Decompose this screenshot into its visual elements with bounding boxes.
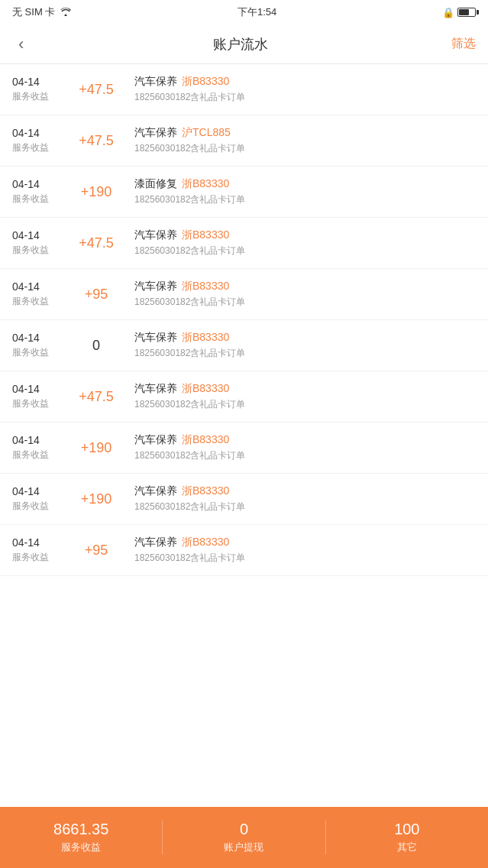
item-date: 04-14 [12,485,66,497]
list-item[interactable]: 04-14 服务收益 +95 汽车保养 浙B83330 18256030182含… [0,269,488,320]
item-type: 服务收益 [12,141,66,154]
item-plate: 浙B83330 [182,433,229,447]
item-amount-col: +47.5 [66,82,127,98]
item-desc-col: 汽车保养 浙B83330 18256030182含礼品卡订单 [127,536,476,565]
item-amount: 0 [92,338,100,353]
item-plate: 浙B83330 [182,280,229,293]
item-desc-line2: 18256030182含礼品卡订单 [134,142,476,155]
list-item[interactable]: 04-14 服务收益 +47.5 汽车保养 浙B83330 1825603018… [0,64,488,115]
item-type: 服务收益 [12,295,66,308]
item-date: 04-14 [12,127,66,139]
item-desc-line1: 汽车保养 浙B83330 [134,382,476,396]
list-item[interactable]: 04-14 服务收益 +190 漆面修复 浙B83330 18256030182… [0,167,488,218]
item-date-col: 04-14 服务收益 [12,434,66,462]
item-service: 汽车保养 [134,484,177,498]
filter-button[interactable]: 筛选 [451,36,476,52]
service-income-label: 服务收益 [61,840,101,854]
list-item[interactable]: 04-14 服务收益 0 汽车保养 浙B83330 18256030182含礼品… [0,320,488,371]
footer-service-income: 8661.35 服务收益 [0,821,163,854]
item-service: 汽车保养 [134,75,177,89]
item-desc-line2: 18256030182含礼品卡订单 [134,449,476,462]
item-service: 汽车保养 [134,228,177,242]
item-date-col: 04-14 服务收益 [12,229,66,257]
item-desc-col: 汽车保养 浙B83330 18256030182含礼品卡订单 [127,75,476,104]
item-service: 汽车保养 [134,126,177,140]
nav-bar: ‹ 账户流水 筛选 [0,24,488,64]
item-desc-col: 汽车保养 浙B83330 18256030182含礼品卡订单 [127,484,476,513]
item-amount: +190 [81,440,112,455]
page-title: 账户流水 [213,35,268,53]
item-service: 汽车保养 [134,536,177,549]
item-desc-col: 漆面修复 浙B83330 18256030182含礼品卡订单 [127,177,476,206]
item-plate: 浙B83330 [182,536,229,549]
list-item[interactable]: 04-14 服务收益 +47.5 汽车保养 沪TCL885 1825603018… [0,115,488,167]
item-date-col: 04-14 服务收益 [12,178,66,206]
list-item[interactable]: 04-14 服务收益 +190 汽车保养 浙B83330 18256030182… [0,423,488,474]
item-service: 漆面修复 [134,177,177,191]
item-desc-line2: 18256030182含礼品卡订单 [134,91,476,104]
item-desc-col: 汽车保养 浙B83330 18256030182含礼品卡订单 [127,331,476,360]
list-item[interactable]: 04-14 服务收益 +95 汽车保养 浙B83330 18256030182含… [0,525,488,576]
item-date-col: 04-14 服务收益 [12,332,66,359]
item-type: 服务收益 [12,397,66,410]
item-amount: +47.5 [79,389,114,404]
item-date: 04-14 [12,280,66,293]
list-item[interactable]: 04-14 服务收益 +47.5 汽车保养 浙B83330 1825603018… [0,371,488,423]
item-desc-col: 汽车保养 浙B83330 18256030182含礼品卡订单 [127,228,476,257]
item-plate: 浙B83330 [182,75,229,89]
item-date-col: 04-14 服务收益 [12,536,66,564]
footer-bar: 8661.35 服务收益 0 账户提现 100 其它 [0,807,488,868]
item-type: 服务收益 [12,193,66,206]
item-type: 服务收益 [12,90,66,103]
item-amount-col: +190 [66,184,127,200]
item-amount-col: +95 [66,287,127,303]
wifi-icon [60,7,72,18]
item-desc-line2: 18256030182含礼品卡订单 [134,193,476,206]
item-service: 汽车保养 [134,382,177,396]
lock-icon: 🔒 [442,7,454,18]
list-item[interactable]: 04-14 服务收益 +190 汽车保养 浙B83330 18256030182… [0,474,488,525]
item-type: 服务收益 [12,346,66,359]
status-bar: 无 SIM 卡 下午1:54 🔒 [0,0,488,24]
item-desc-line1: 汽车保养 浙B83330 [134,536,476,549]
item-amount: +47.5 [79,133,114,148]
item-desc-col: 汽车保养 浙B83330 18256030182含礼品卡订单 [127,280,476,309]
item-amount: +47.5 [79,82,114,97]
item-type: 服务收益 [12,449,66,462]
item-amount-col: +190 [66,491,127,507]
back-button[interactable]: ‹ [12,31,30,57]
item-amount-col: +95 [66,542,127,559]
item-desc-col: 汽车保养 沪TCL885 18256030182含礼品卡订单 [127,126,476,155]
item-date: 04-14 [12,434,66,446]
item-plate: 浙B83330 [182,331,229,345]
item-desc-line1: 漆面修复 浙B83330 [134,177,476,191]
item-desc-line2: 18256030182含礼品卡订单 [134,296,476,309]
status-time: 下午1:54 [238,5,276,19]
item-amount: +190 [81,184,112,199]
other-label: 其它 [397,840,417,854]
item-date-col: 04-14 服务收益 [12,383,66,410]
list-item[interactable]: 04-14 服务收益 +47.5 汽车保养 浙B83330 1825603018… [0,218,488,269]
withdraw-amount: 0 [240,821,248,838]
item-amount: +95 [85,542,108,558]
item-desc-line2: 18256030182含礼品卡订单 [134,398,476,411]
item-desc-col: 汽车保养 浙B83330 18256030182含礼品卡订单 [127,382,476,411]
battery-icon [457,8,476,17]
withdraw-label: 账户提现 [224,840,263,854]
item-desc-line1: 汽车保养 浙B83330 [134,228,476,242]
item-desc-line2: 18256030182含礼品卡订单 [134,500,476,513]
item-plate: 浙B83330 [182,382,229,396]
footer-other: 100 其它 [326,821,488,854]
item-desc-line1: 汽车保养 浙B83330 [134,280,476,293]
transaction-list: 04-14 服务收益 +47.5 汽车保养 浙B83330 1825603018… [0,64,488,807]
item-type: 服务收益 [12,551,66,564]
item-date-col: 04-14 服务收益 [12,76,66,103]
item-plate: 浙B83330 [182,228,229,242]
item-date: 04-14 [12,332,66,344]
item-date: 04-14 [12,229,66,241]
item-amount-col: +47.5 [66,389,127,405]
item-amount: +190 [81,491,112,507]
item-date: 04-14 [12,383,66,395]
item-desc-line1: 汽车保养 浙B83330 [134,331,476,345]
item-desc-line2: 18256030182含礼品卡订单 [134,347,476,360]
